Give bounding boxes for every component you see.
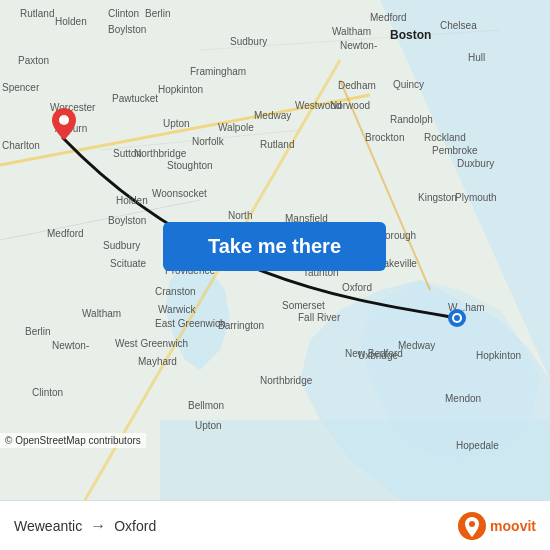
route-arrow: →	[90, 517, 106, 535]
svg-point-16	[469, 521, 475, 527]
moovit-text: moovit	[490, 518, 536, 534]
moovit-icon	[458, 512, 486, 540]
osm-attribution: © OpenStreetMap contributors	[0, 433, 146, 448]
route-from: Weweantic	[14, 518, 82, 534]
map-container: Paxton Spencer Charlton Worcester Auburn…	[0, 0, 550, 500]
route-to: Oxford	[114, 518, 156, 534]
bottom-bar: Weweantic → Oxford moovit	[0, 500, 550, 550]
take-me-there-button[interactable]: Take me there	[163, 222, 386, 271]
moovit-logo[interactable]: moovit	[458, 512, 536, 540]
